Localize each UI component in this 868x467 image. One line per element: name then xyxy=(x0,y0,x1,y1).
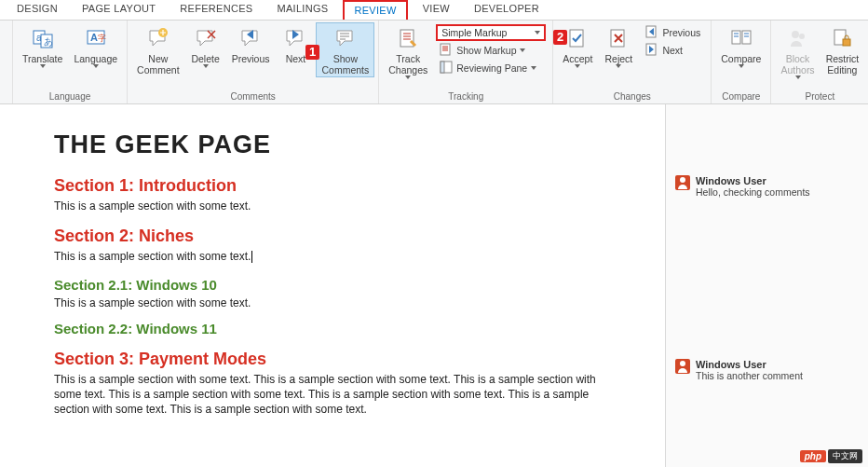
show-comments-label: Show Comments xyxy=(321,53,369,76)
reviewing-pane-icon xyxy=(440,61,453,76)
group-label-protect: Protect xyxy=(775,90,864,103)
heading-section-3: Section 3: Payment Modes xyxy=(54,350,624,369)
new-comment-button[interactable]: New Comment xyxy=(131,22,185,77)
group-compare: Compare Compare xyxy=(712,21,771,103)
chevron-down-icon xyxy=(405,76,411,79)
reject-icon xyxy=(608,25,629,51)
track-changes-button[interactable]: Track Changes xyxy=(383,22,433,81)
svg-rect-8 xyxy=(400,30,414,47)
group-comments: New Comment Delete Previous Next Show Co… xyxy=(128,21,379,103)
chevron-down-icon xyxy=(531,66,536,70)
previous-comment-button[interactable]: Previous xyxy=(226,22,276,66)
svg-rect-11 xyxy=(441,62,444,73)
group-tracking: Track Changes Simple Markup Show Markup … xyxy=(379,21,553,103)
track-changes-icon xyxy=(398,25,418,51)
heading-section-2: Section 2: Niches xyxy=(54,227,624,246)
restrict-editing-icon xyxy=(832,25,852,51)
delete-comment-button[interactable]: Delete xyxy=(185,22,226,70)
accept-icon xyxy=(567,25,588,51)
svg-rect-17 xyxy=(742,31,751,44)
language-button[interactable]: A字 Language xyxy=(68,22,123,70)
restrict-editing-button[interactable]: Restrict Editing xyxy=(821,22,865,77)
previous-change-icon xyxy=(645,25,658,40)
chevron-down-icon xyxy=(535,31,540,34)
svg-point-19 xyxy=(799,34,805,39)
callout-1: 1 xyxy=(305,45,319,60)
show-comments-button[interactable]: Show Comments xyxy=(316,22,374,77)
chevron-down-icon xyxy=(575,64,580,68)
group-protect: Block Authors Restrict Editing Protect xyxy=(771,21,868,103)
group-label-comments: Comments xyxy=(131,90,374,103)
previous-change-button[interactable]: Previous xyxy=(642,24,704,41)
compare-label: Compare xyxy=(721,53,761,64)
tab-mailings[interactable]: MAILINGS xyxy=(267,0,337,20)
callout-2: 2 xyxy=(553,30,567,45)
tab-review[interactable]: REVIEW xyxy=(343,0,407,20)
track-changes-label: Track Changes xyxy=(388,53,427,76)
next-comment-label: Next xyxy=(286,53,306,64)
svg-point-18 xyxy=(792,31,799,38)
show-markup-label: Show Markup xyxy=(456,45,516,56)
chevron-down-icon xyxy=(520,48,525,52)
compare-button[interactable]: Compare xyxy=(715,22,766,70)
translate-button[interactable]: aあ Translate xyxy=(17,22,68,70)
accept-label: Accept xyxy=(563,53,592,64)
markup-display-value: Simple Markup xyxy=(441,27,507,38)
tab-references[interactable]: REFERENCES xyxy=(170,0,262,20)
chevron-down-icon xyxy=(203,64,209,68)
language-icon: A字 xyxy=(86,25,106,51)
reject-label: Reject xyxy=(605,53,633,64)
doc-title: THE GEEK PAGE xyxy=(54,130,624,159)
previous-comment-icon xyxy=(240,25,261,51)
comments-pane: Windows User Hello, checking comments Wi… xyxy=(665,104,868,467)
block-authors-label: Block Authors xyxy=(780,53,814,76)
new-comment-label: New Comment xyxy=(137,53,180,76)
next-change-icon xyxy=(645,43,658,58)
next-comment-icon xyxy=(285,25,305,51)
comment-author: Windows User xyxy=(696,359,803,370)
heading-section-1: Section 1: Introduction xyxy=(54,176,624,196)
chevron-down-icon xyxy=(40,64,46,68)
ribbon-tabs: DESIGN PAGE LAYOUT REFERENCES MAILINGS R… xyxy=(0,0,868,21)
ribbon: 1 2 aあ Translate A字 Language Language Ne… xyxy=(0,21,868,104)
chevron-down-icon xyxy=(795,76,801,79)
comment-item[interactable]: Windows User Hello, checking comments xyxy=(675,175,859,198)
chevron-down-icon xyxy=(93,64,99,68)
tab-view[interactable]: VIEW xyxy=(414,0,459,20)
group-label-changes: Changes xyxy=(557,90,707,103)
avatar-icon xyxy=(675,175,690,190)
comment-text: This is another comment xyxy=(696,370,803,381)
reject-button[interactable]: Reject xyxy=(598,22,639,70)
translate-icon: aあ xyxy=(33,25,53,51)
svg-rect-12 xyxy=(570,30,583,47)
tab-page-layout[interactable]: PAGE LAYOUT xyxy=(73,0,165,20)
markup-display-dropdown[interactable]: Simple Markup xyxy=(436,24,546,41)
restrict-editing-label: Restrict Editing xyxy=(826,53,860,76)
previous-comment-label: Previous xyxy=(232,53,270,64)
reviewing-pane-button[interactable]: Reviewing Pane xyxy=(436,60,546,76)
show-markup-icon xyxy=(440,43,453,58)
comment-text: Hello, checking comments xyxy=(696,186,810,198)
chevron-down-icon xyxy=(616,64,621,68)
group-label-compare: Compare xyxy=(715,90,766,103)
heading-section-2-1: Section 2.1: Windows 10 xyxy=(54,277,624,293)
delete-comment-label: Delete xyxy=(191,53,219,64)
new-comment-icon xyxy=(148,25,169,51)
show-markup-button[interactable]: Show Markup xyxy=(436,42,546,59)
block-authors-icon xyxy=(788,25,808,51)
avatar-icon xyxy=(675,359,690,374)
svg-rect-9 xyxy=(441,44,450,55)
watermark-cn: 中文网 xyxy=(828,449,862,463)
group-language: aあ Translate A字 Language Language xyxy=(13,21,128,103)
body-text: This is a sample section with some text. xyxy=(54,295,624,310)
next-change-button[interactable]: Next xyxy=(642,42,704,59)
svg-rect-16 xyxy=(732,31,740,44)
document-pane[interactable]: THE GEEK PAGE Section 1: Introduction Th… xyxy=(0,104,665,467)
heading-section-2-2: Section 2.2: Windows 11 xyxy=(54,321,624,337)
comment-author: Windows User xyxy=(696,175,810,186)
group-label-tracking: Tracking xyxy=(383,90,549,103)
comment-item[interactable]: Windows User This is another comment xyxy=(675,359,859,381)
tab-design[interactable]: DESIGN xyxy=(7,0,67,20)
tab-developer[interactable]: DEVELOPER xyxy=(465,0,549,20)
group-changes: Accept Reject Previous Next Changes xyxy=(553,21,712,103)
